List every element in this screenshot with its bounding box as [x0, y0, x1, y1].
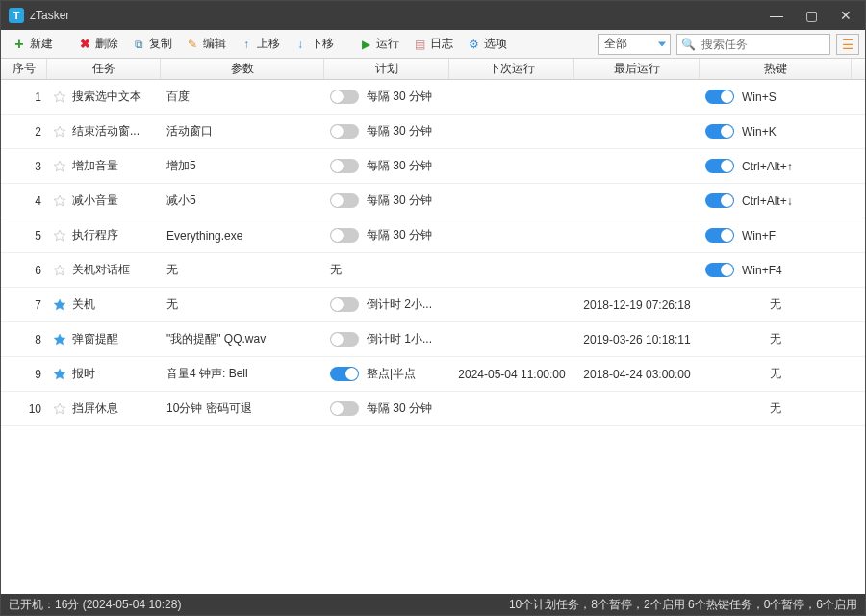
maximize-button[interactable]: ▢ — [800, 4, 823, 27]
star-icon[interactable] — [53, 333, 66, 346]
cell-plan: 每隔 30 分钟 — [324, 89, 449, 105]
movedown-button[interactable]: ↓ 下移 — [288, 33, 340, 55]
col-plan[interactable]: 计划 — [324, 59, 449, 79]
cell-task: 增加音量 — [47, 158, 161, 174]
table-row[interactable]: 6 关机对话框 无 无 Win+F4 — [1, 253, 865, 288]
cell-plan: 整点|半点 — [324, 366, 449, 382]
plan-toggle[interactable] — [330, 297, 359, 312]
hotkey-toggle[interactable] — [705, 159, 734, 173]
cell-next: 2024-05-04 11:00:00 — [449, 368, 574, 381]
copy-button[interactable]: ⧉ 复制 — [126, 33, 178, 55]
plan-text: 倒计时 1小... — [367, 331, 432, 347]
cell-plan: 倒计时 1小... — [324, 331, 449, 347]
star-icon[interactable] — [53, 402, 66, 416]
copy-icon: ⧉ — [132, 38, 145, 51]
table-row[interactable]: 1 搜索选中文本 百度 每隔 30 分钟 Win+S — [1, 80, 865, 115]
table-row[interactable]: 5 执行程序 Everything.exe 每隔 30 分钟 Win+F — [1, 218, 865, 253]
cell-index: 4 — [1, 194, 47, 208]
table-row[interactable]: 10 挡屏休息 10分钟 密码可退 每隔 30 分钟 无 — [1, 392, 865, 426]
plan-toggle[interactable] — [330, 228, 359, 243]
cell-index: 9 — [1, 368, 47, 381]
options-label: 选项 — [484, 36, 507, 52]
log-button[interactable]: ▤ 日志 — [407, 33, 459, 55]
cell-task: 执行程序 — [47, 227, 161, 244]
minimize-button[interactable]: — — [765, 4, 788, 27]
col-param[interactable]: 参数 — [161, 59, 324, 79]
cell-hotkey: 无 — [700, 296, 852, 313]
plan-toggle[interactable] — [330, 159, 359, 173]
hotkey-text: Ctrl+Alt+↑ — [742, 160, 793, 173]
plan-toggle[interactable] — [330, 90, 359, 104]
table-row[interactable]: 7 关机 无 倒计时 2小... 2018-12-19 07:26:18 无 — [1, 288, 865, 322]
cell-task: 结束活动窗... — [47, 123, 161, 140]
hotkey-text: 无 — [770, 296, 781, 313]
new-button[interactable]: + 新建 — [7, 33, 59, 55]
edit-label: 编辑 — [203, 36, 226, 52]
status-bar: 已开机：16分 (2024-05-04 10:28) 10个计划任务，8个暂停，… — [1, 594, 865, 615]
cell-hotkey: Win+S — [700, 90, 852, 104]
run-button[interactable]: ▶ 运行 — [353, 33, 405, 55]
cell-param: 无 — [161, 296, 324, 313]
hotkey-toggle[interactable] — [705, 263, 734, 277]
task-name: 执行程序 — [72, 227, 118, 244]
table-row[interactable]: 8 弹窗提醒 "我的提醒" QQ.wav 倒计时 1小... 2019-03-2… — [1, 322, 865, 357]
star-icon[interactable] — [53, 194, 66, 208]
search-input[interactable] — [700, 37, 825, 52]
task-name: 挡屏休息 — [72, 400, 118, 417]
status-right: 10个计划任务，8个暂停，2个启用 6个热键任务，0个暂停，6个启用 — [509, 597, 857, 613]
delete-label: 删除 — [95, 36, 118, 52]
plan-toggle[interactable] — [330, 124, 359, 139]
cell-task: 关机 — [47, 296, 161, 313]
hotkey-toggle[interactable] — [705, 90, 734, 104]
cell-task: 关机对话框 — [47, 262, 161, 278]
list-view-toggle[interactable]: ☰ — [836, 34, 859, 55]
cell-param: 减小5 — [161, 192, 324, 209]
run-label: 运行 — [376, 36, 399, 52]
edit-button[interactable]: ✎ 编辑 — [180, 33, 232, 55]
col-next[interactable]: 下次运行 — [449, 59, 574, 79]
task-name: 关机 — [72, 296, 95, 313]
filter-select[interactable]: 全部 — [598, 34, 671, 55]
cell-index: 10 — [1, 402, 47, 416]
star-icon[interactable] — [53, 368, 66, 381]
task-name: 关机对话框 — [72, 262, 130, 278]
moveup-button[interactable]: ↑ 上移 — [234, 33, 286, 55]
plan-toggle[interactable] — [330, 193, 359, 208]
table-body: 1 搜索选中文本 百度 每隔 30 分钟 Win+S 2 结束活动窗... 活动… — [1, 80, 865, 594]
plan-toggle[interactable] — [330, 367, 359, 381]
status-left: 已开机：16分 (2024-05-04 10:28) — [9, 597, 181, 613]
plan-text: 每隔 30 分钟 — [367, 123, 432, 140]
hotkey-toggle[interactable] — [705, 124, 734, 139]
search-box[interactable]: 🔍 — [676, 34, 830, 55]
plan-text: 每隔 30 分钟 — [367, 400, 432, 417]
table-row[interactable]: 4 减小音量 减小5 每隔 30 分钟 Ctrl+Alt+↓ — [1, 184, 865, 218]
plan-toggle[interactable] — [330, 332, 359, 346]
table-row[interactable]: 2 结束活动窗... 活动窗口 每隔 30 分钟 Win+K — [1, 115, 865, 149]
star-icon[interactable] — [53, 125, 66, 139]
star-icon[interactable] — [53, 298, 66, 312]
table-row[interactable]: 9 报时 音量4 钟声: Bell 整点|半点 2024-05-04 11:00… — [1, 357, 865, 392]
hotkey-toggle[interactable] — [705, 228, 734, 243]
delete-button[interactable]: ✖ 删除 — [72, 33, 124, 55]
search-icon: 🔍 — [681, 38, 696, 51]
hotkey-text: 无 — [770, 400, 781, 417]
play-icon: ▶ — [359, 38, 372, 51]
col-last[interactable]: 最后运行 — [574, 59, 700, 79]
cell-index: 2 — [1, 125, 47, 139]
col-task[interactable]: 任务 — [47, 59, 161, 79]
options-button[interactable]: ⚙ 选项 — [461, 33, 513, 55]
col-index[interactable]: 序号 — [1, 59, 47, 79]
cell-last: 2018-12-19 07:26:18 — [574, 298, 700, 312]
close-button[interactable]: ✕ — [834, 4, 857, 27]
star-icon[interactable] — [53, 229, 66, 243]
star-icon[interactable] — [53, 160, 66, 173]
table-row[interactable]: 3 增加音量 增加5 每隔 30 分钟 Ctrl+Alt+↑ — [1, 149, 865, 184]
plan-text: 每隔 30 分钟 — [367, 158, 432, 174]
col-hotkey[interactable]: 热键 — [700, 59, 852, 79]
cell-index: 3 — [1, 160, 47, 173]
star-icon[interactable] — [53, 90, 66, 104]
star-icon[interactable] — [53, 264, 66, 277]
cell-plan: 每隔 30 分钟 — [324, 192, 449, 209]
hotkey-toggle[interactable] — [705, 193, 734, 208]
plan-toggle[interactable] — [330, 401, 359, 416]
